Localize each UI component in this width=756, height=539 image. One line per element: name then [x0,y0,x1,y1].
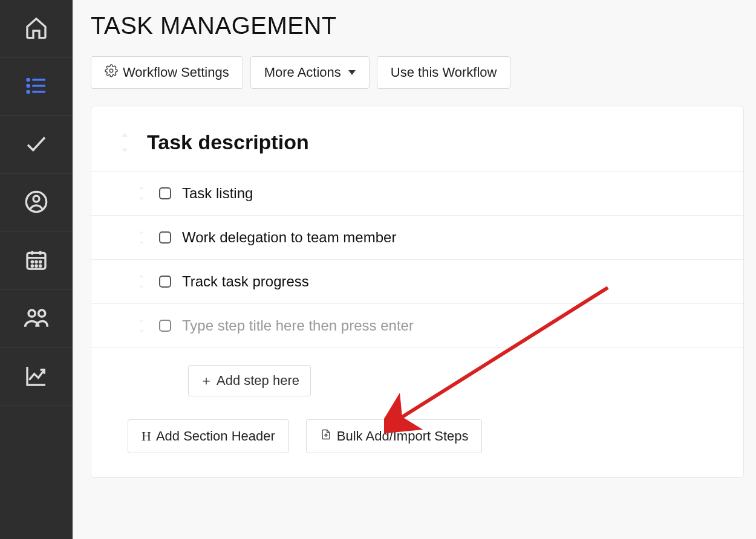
gear-icon [105,64,118,81]
svg-point-19 [39,310,45,317]
sidebar-item-home[interactable] [0,0,73,58]
svg-point-20 [109,69,113,73]
svg-point-15 [31,265,33,266]
svg-point-7 [33,196,39,202]
step-row[interactable]: Work delegation to team member [91,215,743,259]
caret-down-icon [348,70,356,75]
users-icon [23,305,50,334]
more-actions-button[interactable]: More Actions [250,56,370,89]
step-label: Work delegation to team member [182,229,396,246]
use-workflow-label: Use this Workflow [391,65,497,80]
file-import-icon [320,427,332,445]
step-reorder-handles[interactable] [137,186,146,201]
user-circle-icon [24,190,48,216]
sidebar [0,0,73,539]
sidebar-item-profile[interactable] [0,174,73,232]
arrow-up-icon [137,186,146,193]
step-checkbox[interactable] [159,231,171,244]
home-icon [24,16,48,42]
section-reorder-handles[interactable] [119,132,130,153]
step-label: Track task progress [182,273,309,290]
sidebar-item-approve[interactable] [0,116,73,174]
svg-point-13 [36,261,37,262]
add-step-label: Add step here [217,373,299,389]
arrow-down-icon [137,282,146,289]
svg-point-17 [40,265,41,266]
sidebar-item-list[interactable] [0,58,73,116]
main-region: TASK MANAGEMENT Workflow Settings More A… [73,0,756,539]
use-workflow-button[interactable]: Use this Workflow [377,56,511,89]
arrow-up-icon [119,132,130,141]
step-checkbox[interactable] [159,320,171,332]
add-section-header-button[interactable]: H Add Section Header [128,419,289,453]
svg-point-12 [31,261,33,262]
step-row[interactable]: Task listing [91,171,743,215]
section-title[interactable]: Task description [147,131,309,154]
add-step-row: ＋ Add step here [91,347,743,413]
sidebar-item-analytics[interactable] [0,348,73,406]
arrow-down-icon [137,194,146,201]
add-step-button[interactable]: ＋ Add step here [188,365,311,396]
step-checkbox[interactable] [159,187,171,199]
workflow-panel: Task description Task listing Work deleg… [91,106,744,478]
svg-point-3 [27,79,29,80]
new-step-row[interactable]: Type step title here then press enter [91,303,743,347]
arrow-down-icon [137,238,146,245]
arrow-up-icon [137,230,146,237]
page-title: TASK MANAGEMENT [91,12,756,39]
svg-point-18 [28,310,35,317]
chart-line-icon [24,364,48,390]
new-step-placeholder[interactable]: Type step title here then press enter [182,317,414,334]
bulk-add-label: Bulk Add/Import Steps [337,428,469,444]
step-reorder-handles[interactable] [137,230,146,245]
plus-icon: ＋ [200,372,213,390]
sidebar-item-team[interactable] [0,290,73,348]
list-icon [24,74,48,100]
check-icon [24,131,49,159]
step-reorder-handles[interactable] [137,274,146,289]
add-section-header-label: Add Section Header [156,428,275,444]
heading-icon: H [142,428,151,444]
svg-point-14 [40,261,41,262]
workflow-settings-label: Workflow Settings [123,65,229,80]
arrow-down-icon [119,144,130,153]
workflow-settings-button[interactable]: Workflow Settings [91,56,243,89]
svg-point-4 [27,85,29,86]
more-actions-label: More Actions [264,65,341,80]
svg-point-5 [27,91,29,92]
bottom-actions: H Add Section Header Bulk Add/Import Ste… [91,413,743,459]
arrow-up-icon [137,274,146,281]
bulk-add-button[interactable]: Bulk Add/Import Steps [306,419,483,453]
workflow-toolbar: Workflow Settings More Actions Use this … [91,56,756,89]
step-label: Task listing [182,185,253,202]
calendar-icon [24,248,48,274]
svg-point-16 [36,265,37,266]
step-reorder-handles[interactable] [137,318,146,334]
step-checkbox[interactable] [159,276,171,288]
section-header-row: Task description [91,131,743,171]
sidebar-item-calendar[interactable] [0,232,73,290]
arrow-down-icon [137,326,146,334]
step-row[interactable]: Track task progress [91,259,743,303]
arrow-up-icon [137,318,146,325]
